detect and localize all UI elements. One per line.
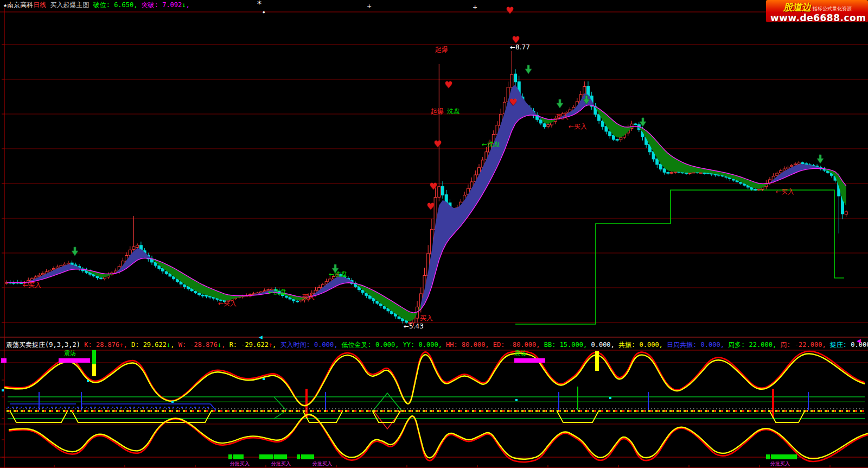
heart-marker-icon: ♥ <box>433 140 442 149</box>
text-segment: R: -29.622 <box>229 341 269 349</box>
heart-marker-icon: ♥ <box>509 98 517 107</box>
buy-volume-bar <box>297 454 300 459</box>
candle-body <box>547 125 550 127</box>
candle-body <box>438 187 441 197</box>
text-segment: ED: -80.000 <box>493 341 536 349</box>
text-segment: , <box>485 341 493 349</box>
buy-label: 买入 <box>302 294 315 300</box>
text-segment: , <box>583 341 591 349</box>
panel-scroll-marker-icon: ◀ <box>857 338 861 344</box>
washout-label: ←洗盘 <box>268 289 286 295</box>
buy-volume-bar <box>233 454 244 459</box>
text-segment: , <box>438 341 446 349</box>
candle-body <box>620 137 622 140</box>
oscillation-label: 震荡 <box>514 350 526 357</box>
candle-body <box>776 173 778 176</box>
text-segment: HH: 80.000 <box>446 341 485 349</box>
buy-volume-bar <box>228 454 232 459</box>
cyan-dot <box>609 397 611 399</box>
text-segment: , <box>186 1 190 9</box>
candle-body <box>361 290 364 292</box>
text-segment: , <box>720 341 728 349</box>
text-segment: , <box>221 341 229 349</box>
down-arrow-icon <box>817 155 824 163</box>
text-segment: , <box>124 341 131 349</box>
ribbon-segment <box>116 248 152 274</box>
candle-body <box>674 172 676 173</box>
ribbon-segment <box>639 127 770 189</box>
chart-title-bar: ★南京高科日线 买入起爆主图 破位: 6.650, 突破: 7.092↓, <box>3 1 190 9</box>
ribbon-segment <box>152 259 250 301</box>
brand-tagline: 指标公式量化资源 <box>813 5 852 12</box>
text-segment: , <box>170 341 178 349</box>
indicator-header[interactable]: 震荡买卖捉庄(9,3,3,2) K: 28.876↑, D: 29.622↓, … <box>6 341 868 349</box>
text-segment: 破位: 6.650, <box>93 1 142 9</box>
candle-body <box>797 163 800 164</box>
candle-body <box>67 263 69 264</box>
candle-body <box>754 189 757 191</box>
trading-app-window: ★南京高科日线 买入起爆主图 破位: 6.650, 突破: 7.092↓, 震荡… <box>0 0 868 468</box>
batch-buy-label: 分批买入 <box>271 460 291 467</box>
candle-body <box>663 169 666 172</box>
oscillation-block <box>59 358 90 363</box>
heart-marker-icon: ♥ <box>506 6 514 15</box>
candle-body <box>699 173 702 174</box>
text-segment: YY: 0.000 <box>403 341 438 349</box>
ribbon-segment <box>312 276 355 296</box>
brand-row: 股道边 指标公式量化资源 <box>770 1 865 14</box>
brand-name: 股道边 <box>783 1 811 14</box>
text-segment: D: 29.622 <box>131 341 167 349</box>
oscillation-block <box>514 358 545 363</box>
candle-body <box>285 296 288 298</box>
chart-canvas[interactable] <box>0 0 868 468</box>
text-segment: 日线 <box>33 1 46 9</box>
candle-body <box>612 135 615 140</box>
text-segment: 周多: 22.000 <box>728 341 773 349</box>
washout-label: ←洗盘 <box>329 271 347 277</box>
text-segment: 捉庄: <box>830 341 851 349</box>
text-segment: , <box>611 341 618 349</box>
heart-marker-icon: ♥ <box>429 182 437 191</box>
candle-body <box>198 293 201 295</box>
app-root: { "header": { "segments": [ {"t":"★南京高科"… <box>0 0 868 468</box>
oscillation-block <box>1 358 7 363</box>
oscillation-label: 震荡 <box>64 350 76 357</box>
text-segment: 共振: 0.000 <box>618 341 659 349</box>
text-segment: W: -28.876 <box>178 341 218 349</box>
washout-label: ←洗盘 <box>482 141 500 148</box>
candle-body <box>194 291 197 293</box>
text-segment: , <box>822 341 829 349</box>
ribbon-segment <box>825 169 846 206</box>
heart-marker-icon: ♥ <box>444 80 452 90</box>
heart-marker-icon: ♥ <box>512 35 520 45</box>
text-segment: 震荡买卖捉庄(9,3,3,2) <box>6 341 84 349</box>
buy-volume-bar <box>274 454 287 459</box>
text-segment: 日周共振: 0.000 <box>667 341 720 349</box>
heart-marker-icon: ♥ <box>426 202 435 211</box>
text-segment: BB: 15.000 <box>544 341 583 349</box>
cyan-dot <box>87 380 89 382</box>
text-segment: , <box>395 341 403 349</box>
brand-watermark[interactable]: 股道边 指标公式量化资源 www.de6688.com <box>766 0 868 22</box>
buy-volume-bar <box>259 454 273 459</box>
down-arrow-icon <box>525 65 532 74</box>
text-segment: , <box>773 341 780 349</box>
candle-body <box>667 173 669 174</box>
yellow-trapezoid <box>372 410 400 422</box>
blue-slope <box>210 404 216 410</box>
cyan-dot <box>171 401 174 403</box>
candle-body <box>601 121 604 127</box>
candle-body <box>790 165 793 166</box>
candle-body <box>365 293 368 296</box>
buy-label: 买入 <box>420 315 433 321</box>
panel-scroll-marker-icon: ◀ <box>259 334 263 340</box>
candle-body <box>56 267 59 268</box>
down-arrow-icon <box>557 99 563 108</box>
chart-marker-icon: ◆ <box>263 9 265 15</box>
text-segment: 买入时间: 0.000 <box>280 341 334 349</box>
text-segment: 买入起爆主图 <box>46 1 93 9</box>
candle-body <box>703 173 706 174</box>
candle-body <box>514 74 517 82</box>
text-segment: 0.000 <box>591 341 610 349</box>
candle-body <box>634 124 637 125</box>
